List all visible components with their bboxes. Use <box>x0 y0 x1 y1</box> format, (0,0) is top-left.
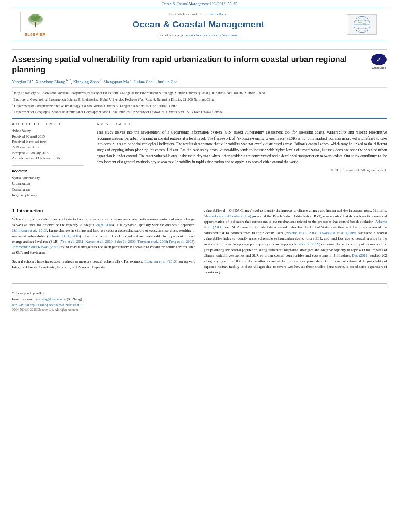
email-note: E-mail address: xiaoxiang@hhu.edu.cn (X.… <box>12 297 387 302</box>
crossmark-circle: ✓ <box>371 54 387 65</box>
ref-dwarakish[interactable]: Dwarakish et al. (2009) <box>320 231 356 235</box>
section-divider <box>12 203 387 203</box>
author-shengquan[interactable]: Shengquan Ma <box>103 80 129 84</box>
header-section: ELSEVIER Contents lists available at Sci… <box>12 8 387 41</box>
ref-torresan[interactable]: Torresan et al., 2008 <box>138 240 167 244</box>
copyright-line: © 2016 Elsevier Ltd. All rights reserved… <box>97 168 387 173</box>
header-center: Contents lists available at ScienceDirec… <box>50 12 347 37</box>
abstract-col: A B S T R A C T This study delves into t… <box>97 122 387 198</box>
journal-reference: Ocean & Coastal Management 123 (2016) 53… <box>162 2 237 6</box>
keyword-4: Regional planning <box>12 192 83 198</box>
email-link[interactable]: xiaoxiang@hhu.edu.cn <box>34 297 66 301</box>
ref-sales2009[interactable]: Sales Jr. (2009) <box>298 242 320 246</box>
keyword-2: Urbanization <box>12 181 83 186</box>
ref-arkema2014[interactable]: Arkema et al., 2014 <box>286 231 316 235</box>
keyword-1: Spatial vulnerability <box>12 175 83 181</box>
ref-adger[interactable]: Adger, 2006 <box>94 223 113 227</box>
intro-right-col: vulnerability (I—C-SEA Change) tool to i… <box>204 208 387 278</box>
intro-paragraph-2: Several scholars have introduced methods… <box>12 259 195 270</box>
article-history: Article history: Received 30 April 2015 … <box>12 129 83 161</box>
author-junkuo[interactable]: Junkuo Cao <box>157 80 177 84</box>
homepage-link[interactable]: www.elsevier.com/locate/ocecoaman <box>186 33 239 37</box>
article-footer: * Corresponding author. E-mail address: … <box>12 289 387 312</box>
sciencedirect-text: Contents lists available at ScienceDirec… <box>54 12 343 17</box>
affil-d: d Department of Geography, School of Int… <box>12 109 387 115</box>
keywords-label: Keywords: <box>12 169 83 174</box>
introduction-section: 1. Introduction Vulnerability is the sta… <box>12 208 387 278</box>
doi-anchor[interactable]: http://dx.doi.org/10.1016/j.ocecoaman.20… <box>12 303 82 307</box>
abstract-text: This study delves into the development o… <box>97 129 387 165</box>
author-huhua[interactable]: Huhua Cao <box>134 80 153 84</box>
keywords-list: Spatial vulnerability Urbanization Coast… <box>12 175 83 198</box>
doi-link: http://dx.doi.org/10.1016/j.ocecoaman.20… <box>12 303 387 308</box>
authors-line: Yangfan Li a, Xiaoxiang Zhang b, *, Xing… <box>12 78 387 85</box>
crossmark-badge: ✓ CrossMark <box>371 54 387 70</box>
elsevier-name-text: ELSEVIER <box>25 32 46 37</box>
received-revised-date: 22 November 2015 <box>12 145 83 150</box>
intro-section-title: 1. Introduction <box>12 208 195 214</box>
accepted-date: Accepted 20 January 2016 <box>12 150 83 156</box>
author-yangfan[interactable]: Yangfan Li <box>12 80 31 84</box>
affiliations: a Key Laboratory of Coastal and Wetland … <box>12 87 387 114</box>
ref-arkema2013[interactable]: Arkema et al. (2013) <box>204 220 387 229</box>
article-info-col: A R T I C L E I N F O Article history: R… <box>12 122 88 198</box>
ref-sales[interactable]: Sales Jr., 2009 <box>115 240 136 244</box>
ref-kumar[interactable]: Kumar et al., 2010 <box>85 240 113 244</box>
author-xingxing[interactable]: Xingxing Zhao <box>73 80 99 84</box>
ref-schroter[interactable]: Schröter et al., 2005 <box>49 234 80 238</box>
available-date: Available online 13 February 2016 <box>12 156 83 161</box>
article-title-section: Assessing spatial vulnerability from rap… <box>12 49 387 75</box>
affil-c: c Department of Computer Science & Techn… <box>12 103 387 109</box>
footer-divider <box>12 283 387 284</box>
ref-srinivasan[interactable]: Srinivasan et al., 2013 <box>13 228 46 232</box>
crossmark-label: CrossMark <box>372 66 386 70</box>
elsevier-logo: ELSEVIER <box>20 12 50 37</box>
ref-licuanan[interactable]: Licuanan et al. (2015) <box>144 259 177 263</box>
ref-temmerman[interactable]: Temmerman and Kirwan (2015) <box>12 245 60 249</box>
affil-b: b Institute of Geographical Information … <box>12 96 387 102</box>
intro-paragraph-1: Vulnerability is the state of susceptibi… <box>12 217 195 256</box>
svg-rect-2 <box>35 22 36 27</box>
sciencedirect-link[interactable]: ScienceDirect <box>208 12 228 16</box>
affil-a: a Key Laboratory of Coastal and Wetland … <box>12 90 387 96</box>
received-revised-label: Received in revised form <box>12 139 83 145</box>
article-info-abstract-section: A R T I C L E I N F O Article history: R… <box>12 118 387 198</box>
ref-yoo[interactable]: Yoo et al., 2011 <box>61 240 84 244</box>
article-info-heading: A R T I C L E I N F O <box>12 122 83 126</box>
author-xiaoxiang[interactable]: Xiaoxiang Zhang <box>36 80 65 84</box>
intro-right-paragraph: vulnerability (I—C-SEA Change) tool to i… <box>204 208 387 275</box>
journal-homepage: journal homepage: www.elsevier.com/locat… <box>54 33 343 38</box>
ref-peng[interactable]: Peng et al., 2005 <box>169 240 193 244</box>
keyword-3: Coastal areas <box>12 187 83 192</box>
article-content: Assessing spatial vulnerability from rap… <box>0 41 399 312</box>
issn-text: 0964-5691/© 2016 Elsevier Ltd. All right… <box>12 308 387 312</box>
ref-das[interactable]: Das (2012) <box>352 253 368 257</box>
corresponding-note: * Corresponding author. <box>12 291 387 296</box>
keywords-section: Keywords: Spatial vulnerability Urbaniza… <box>12 169 83 198</box>
history-label: Article history: <box>12 129 83 134</box>
ref-alexandrakis[interactable]: Alexandrakis and Poulos (2014) <box>204 214 251 218</box>
abstract-heading: A B S T R A C T <box>97 122 387 126</box>
journal-logo-right <box>347 14 379 35</box>
journal-title: Ocean & Coastal Management <box>54 18 343 31</box>
received-date: Received 30 April 2015 <box>12 134 83 140</box>
journal-top-bar: Ocean & Coastal Management 123 (2016) 53… <box>0 0 399 8</box>
intro-left-col: 1. Introduction Vulnerability is the sta… <box>12 208 195 278</box>
article-title: Assessing spatial vulnerability from rap… <box>12 54 371 75</box>
